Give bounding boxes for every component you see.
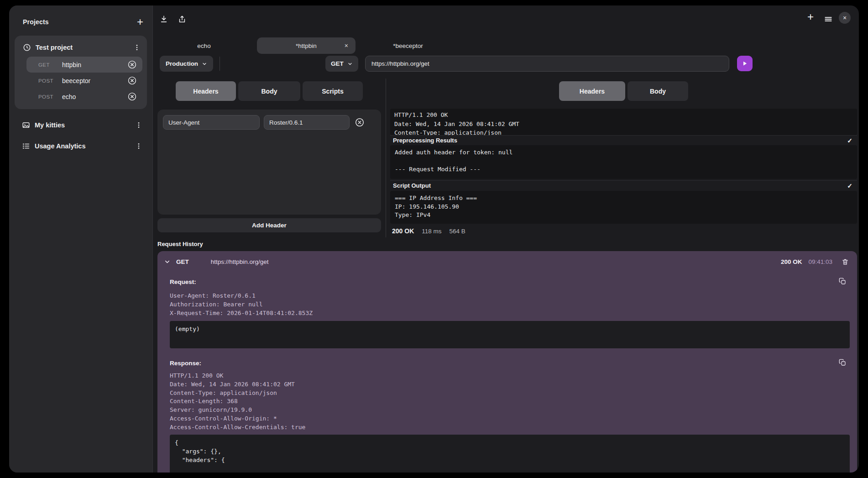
share-button[interactable] — [177, 14, 188, 25]
request-method-label: POST — [38, 94, 62, 100]
status-size: 564 B — [450, 228, 465, 235]
request-name: echo — [62, 93, 126, 100]
chevron-down-icon — [202, 61, 207, 67]
tab-close-button[interactable]: × — [345, 42, 348, 49]
request-item-httpbin[interactable]: GET httpbin — [26, 57, 142, 73]
response-panel-tabs: Headers Body — [390, 81, 857, 101]
delete-history-button[interactable] — [841, 257, 850, 267]
header-value-input[interactable] — [264, 115, 350, 130]
chevron-down-icon[interactable] — [164, 258, 171, 265]
project-name: Test project — [36, 44, 128, 51]
request-method-label: POST — [38, 78, 62, 84]
clock-icon — [23, 43, 31, 52]
response-headers-preview: HTTP/1.1 200 OK Date: Wed, 14 Jan 2026 0… — [390, 109, 857, 135]
close-icon: × — [843, 14, 847, 21]
status-time: 118 ms — [422, 228, 441, 235]
share-icon — [178, 15, 187, 24]
history-status: 200 OK — [781, 258, 802, 265]
tab-response-headers[interactable]: Headers — [559, 81, 625, 101]
usage-analytics-menu-button[interactable] — [134, 142, 143, 151]
request-name: httpbin — [62, 61, 126, 68]
copy-response-button[interactable] — [838, 358, 847, 367]
close-icon: × — [345, 42, 348, 49]
send-button[interactable] — [737, 56, 753, 71]
my-kitties-menu-button[interactable] — [134, 121, 143, 130]
check-icon: ✓ — [847, 137, 852, 144]
image-icon — [22, 121, 30, 129]
plus-icon: + — [137, 17, 143, 26]
sidebar: Projects + Test project GET httpbin — [9, 5, 153, 473]
method-select[interactable]: GET — [325, 56, 358, 72]
environment-select[interactable]: Production — [160, 56, 213, 72]
close-window-button[interactable]: × — [839, 12, 851, 24]
remove-icon — [355, 117, 365, 127]
tab-label: *httpbin — [296, 42, 317, 49]
request-name: beeceptor — [62, 77, 126, 84]
main-area: + × echo *httpbin × *beeceptor Productio… — [153, 5, 859, 473]
add-project-button[interactable]: + — [136, 16, 144, 27]
remove-request-button[interactable] — [126, 59, 138, 70]
project-menu-button[interactable] — [132, 43, 141, 52]
tab-beeceptor[interactable]: *beeceptor — [365, 37, 451, 54]
tab-label: *beeceptor — [393, 42, 423, 49]
tab-httpbin[interactable]: *httpbin × — [257, 37, 356, 54]
sidebar-item-label: My kitties — [35, 121, 130, 129]
request-item-echo[interactable]: POST echo — [26, 89, 142, 105]
history-url: https://httpbin.org/get — [211, 258, 269, 265]
download-button[interactable] — [158, 14, 169, 25]
method-label: GET — [331, 60, 344, 67]
copy-request-button[interactable] — [838, 277, 847, 286]
sidebar-item-usage-analytics[interactable]: Usage Analytics — [15, 136, 147, 157]
list-icon — [22, 142, 30, 150]
new-tab-button[interactable]: + — [806, 11, 815, 22]
history-method: GET — [176, 258, 189, 265]
kebab-icon — [135, 121, 142, 129]
tab-label: echo — [197, 42, 210, 49]
tab-request-body[interactable]: Body — [238, 81, 300, 101]
request-history-title: Request History — [157, 241, 203, 247]
header-key-input[interactable] — [163, 115, 260, 130]
history-entry: GET https://httpbin.org/get 200 OK 09:41… — [157, 251, 857, 473]
preprocessing-output: Added auth header for token: null --- Re… — [390, 145, 857, 179]
menu-button[interactable] — [823, 14, 834, 25]
copy-icon — [839, 278, 846, 285]
remove-icon — [127, 60, 137, 69]
sidebar-item-my-kitties[interactable]: My kitties — [15, 115, 147, 136]
status-code: 200 OK — [392, 227, 414, 235]
tab-request-scripts[interactable]: Scripts — [303, 81, 363, 101]
chevron-down-icon — [347, 61, 353, 67]
response-section-label: Response: — [170, 360, 201, 367]
projects-title: Projects — [23, 18, 49, 26]
remove-request-button[interactable] — [126, 75, 138, 86]
request-item-beeceptor[interactable]: POST beeceptor — [26, 73, 142, 89]
remove-icon — [127, 92, 137, 101]
app-window: Projects + Test project GET httpbin — [9, 5, 859, 473]
add-header-button[interactable]: Add Header — [157, 218, 381, 232]
remove-header-button[interactable] — [354, 116, 366, 128]
plus-icon: + — [807, 12, 814, 21]
url-input[interactable] — [365, 56, 729, 72]
remove-request-button[interactable] — [126, 91, 138, 102]
request-section-label: Request: — [170, 278, 196, 285]
script-output-title: Script Output — [393, 182, 431, 189]
environment-label: Production — [166, 60, 198, 67]
play-icon — [742, 60, 748, 67]
menu-icon — [824, 15, 833, 24]
tab-echo[interactable]: echo — [167, 37, 241, 54]
request-headers-text: User-Agent: Roster/0.6.1 Authorization: … — [170, 291, 313, 317]
project-group-header[interactable]: Test project — [19, 38, 142, 57]
header-row — [163, 115, 376, 130]
kebab-icon — [135, 142, 142, 150]
history-entry-header[interactable]: GET https://httpbin.org/get 200 OK 09:41… — [157, 251, 857, 272]
response-body-box: { "args": {}, "headers": { — [170, 435, 850, 473]
script-output-section-header: Script Output ✓ — [390, 180, 857, 190]
tab-response-body[interactable]: Body — [627, 81, 688, 101]
headers-editor — [157, 110, 381, 215]
history-time: 09:41:03 — [808, 258, 832, 265]
remove-icon — [127, 76, 137, 85]
tab-request-headers[interactable]: Headers — [176, 81, 236, 101]
sidebar-header: Projects + — [15, 12, 147, 32]
sidebar-item-label: Usage Analytics — [35, 142, 130, 150]
response-status-bar: 200 OK 118 ms 564 B — [392, 227, 465, 235]
kebab-icon — [133, 44, 141, 51]
